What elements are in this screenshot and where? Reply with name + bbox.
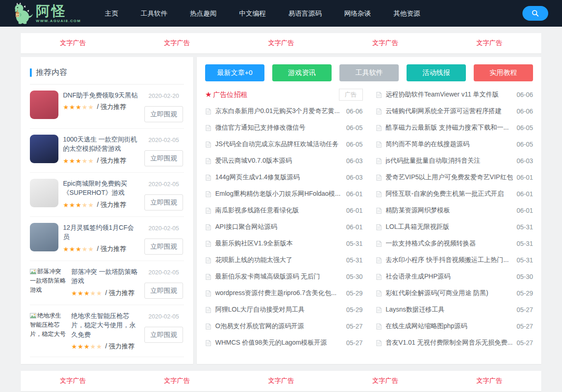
article-row[interactable]: 花呗新上线的功能太强大了 05-31 xyxy=(205,252,363,268)
article-row[interactable]: LOL工具箱无限视距版 05-31 xyxy=(376,219,533,235)
article-title: 远程协助软件TeamViewer v11 单文件版 xyxy=(386,91,513,99)
nav-item-3[interactable]: 热点趣闻 xyxy=(190,9,217,18)
article-row[interactable]: 云铺购代刷网系统全开源可运营程序搭建 06-06 xyxy=(376,103,533,119)
article-date: 06-06 xyxy=(516,91,533,98)
article-row[interactable]: WHMCS 价值98美元的Lagom模板开源 05-27 xyxy=(205,335,363,351)
recommended-item-date: 2020-02-05 xyxy=(143,136,184,143)
text-ad-link[interactable]: 文字广告 xyxy=(437,377,541,385)
filter-button-2[interactable]: 游戏资讯 xyxy=(272,64,332,81)
view-now-button[interactable]: 立即围观 xyxy=(144,150,183,166)
article-list-right: 远程协助软件TeamViewer v11 单文件版 06-06 云铺购代刷网系统… xyxy=(376,86,533,351)
article-row[interactable]: wordpress资源付费主题ripro6.7含美化包... 05-29 xyxy=(205,285,363,301)
article-row[interactable]: 在线生成网站缩略图php源码 05-27 xyxy=(376,318,533,335)
text-ad-bar-top: 文字广告文字广告文字广告文字广告文字广告 xyxy=(21,33,541,53)
star-rating: ★★★★★ xyxy=(71,290,103,296)
text-ad-link[interactable]: 文字广告 xyxy=(437,39,541,47)
text-ad-link[interactable]: 文字广告 xyxy=(229,377,333,385)
ad-slot-row[interactable]: ★ 广告位招租 广告 xyxy=(205,86,363,103)
article-date: 05-27 xyxy=(516,323,533,330)
text-ad-link[interactable]: 文字广告 xyxy=(125,39,229,47)
article-row[interactable]: 简约而不简单的在线搜题源码 06-05 xyxy=(376,136,533,153)
view-now-button[interactable]: 立即围观 xyxy=(144,194,183,210)
document-icon xyxy=(376,158,382,165)
recommended-item-title: Epic商城限时免费购买《SUPERHOT》游戏 xyxy=(63,179,139,198)
article-thumbnail[interactable] xyxy=(30,91,58,119)
article-row[interactable]: 精防某资源网织梦模板 06-01 xyxy=(376,202,533,219)
article-row[interactable]: 最新乐购社区V1.9全新版本 05-31 xyxy=(205,235,363,252)
nav-item-6[interactable]: 网络杂谈 xyxy=(344,9,371,18)
recommended-item[interactable]: DNF助手免费领取9天黑钻 ★★★★★ / 强力推荐 2020-02-20 立即… xyxy=(30,85,184,129)
nav-item-1[interactable]: 主页 xyxy=(105,9,118,18)
article-row[interactable]: 酷享磁力云最新版 支持磁力搜索下载和一... 06-05 xyxy=(376,119,533,136)
article-row[interactable]: 京东白条新用户0.01元购买3个月爱奇艺黄... 06-06 xyxy=(205,103,363,119)
recommended-item[interactable]: Epic商城限时免费购买《SUPERHOT》游戏 ★★★★★ / 强力推荐 20… xyxy=(30,173,184,217)
recommended-item[interactable]: 恐怖地下室探险 一款恐怖逃生解谜 恐怖地下室探险 一款恐怖逃生解谜类游戏 ★★★… xyxy=(30,357,184,364)
recommended-item[interactable]: 绝地求生智能压枪芯片，稳定大号 绝地求生智能压枪芯片，稳定大号使用，永久免费 ★… xyxy=(30,305,184,357)
filter-button-3[interactable]: 工具软件 xyxy=(339,64,399,81)
text-ad-link[interactable]: 文字广告 xyxy=(333,377,437,385)
text-ad-bar-bottom: 文字广告文字广告文字广告文字广告文字广告 xyxy=(21,371,541,391)
article-row[interactable]: js代码批量批量自动取消抖音关注 06-03 xyxy=(376,153,533,169)
view-now-button[interactable]: 立即围观 xyxy=(144,239,183,255)
article-row[interactable]: Laysns数据迁移工具 05-27 xyxy=(376,301,533,318)
site-logo[interactable]: 阿怪 WWW.AGUAI8.COM xyxy=(11,2,81,24)
article-date: 05-29 xyxy=(346,290,363,297)
recommended-item-title: 12月灵狐签约领1月CF会员 xyxy=(63,223,139,242)
article-row[interactable]: 爱讯云商城V0.7.0版本源码 06-03 xyxy=(205,153,363,169)
broken-thumbnail: 部落冲突 一款塔防策略游戏 xyxy=(30,267,67,299)
article-row[interactable]: 一款支持格式众多的视频转换器 05-31 xyxy=(376,235,533,252)
article-row[interactable]: O泡易支付系统官网的源码开源 05-27 xyxy=(205,318,363,335)
rating-label: / 强力推荐 xyxy=(97,157,126,165)
article-row[interactable]: Emlog重构精仿老版小刀娱乐网HFoldao模... 06-01 xyxy=(205,186,363,202)
article-title: 微信官方通知已支持修改微信号 xyxy=(215,124,343,132)
view-now-button[interactable]: 立即围观 xyxy=(144,283,183,299)
text-ad-link[interactable]: 文字广告 xyxy=(125,377,229,385)
recommended-item[interactable]: 1000天逃生 一款空间街机的太空模拟经营游戏 ★★★★★ / 强力推荐 202… xyxy=(30,129,184,173)
article-row[interactable]: 阿狸LOL大厅自动接受对局工具 05-29 xyxy=(205,301,363,318)
article-row[interactable]: API接口聚合网站源码 06-01 xyxy=(205,219,363,235)
main-nav-menu: 主页工具软件热点趣闻中文编程易语言源码网络杂谈其他资源 xyxy=(105,9,420,18)
view-now-button[interactable]: 立即围观 xyxy=(144,327,183,343)
recommended-item-rating: ★★★★★ / 强力推荐 xyxy=(63,103,139,111)
article-row[interactable]: 南瓜影视多线路任意看绿化版 06-01 xyxy=(205,202,363,219)
nav-item-7[interactable]: 其他资源 xyxy=(393,9,420,18)
text-ad-link[interactable]: 文字广告 xyxy=(21,39,125,47)
article-row[interactable]: 微信官方通知已支持修改微信号 06-05 xyxy=(205,119,363,136)
filter-button-1[interactable]: 最新文章+0 xyxy=(205,64,264,81)
nav-item-2[interactable]: 工具软件 xyxy=(141,9,167,18)
article-row[interactable]: JS代码全自动完成京东品牌狂欢城活动任务 06-05 xyxy=(205,136,363,153)
recommended-item-rating: ★★★★★ / 强力推荐 xyxy=(63,157,139,165)
article-row[interactable]: 最新伯乐发卡商城高级版源码 无后门 05-30 xyxy=(205,268,363,285)
article-row[interactable]: 阿怪互联-自家的免费主机第一批正式开启 06-01 xyxy=(376,186,533,202)
text-ad-link[interactable]: 文字广告 xyxy=(333,39,437,47)
article-row[interactable]: 彩虹代刷全解源码(可商业用途 防黑) 05-29 xyxy=(376,285,533,301)
article-thumbnail[interactable] xyxy=(30,135,58,163)
article-title: 去水印小程序 快手抖音视频搬运工上热门... xyxy=(386,256,513,264)
article-row[interactable]: 爱奇艺VIP5以上用户可免费发爱奇艺VIP红包 06-01 xyxy=(376,169,533,186)
document-icon xyxy=(205,340,212,347)
recommended-item[interactable]: 部落冲突 一款塔防策略游戏 部落冲突 一款塔防策略游戏 ★★★★★ / 强力推荐… xyxy=(30,261,184,305)
article-row[interactable]: 社会语录生成PHP源码 05-30 xyxy=(376,268,533,285)
view-now-button[interactable]: 立即围观 xyxy=(144,106,183,122)
recommended-item-title: 1000天逃生 一款空间街机的太空模拟经营游戏 xyxy=(63,135,139,153)
text-ad-link[interactable]: 文字广告 xyxy=(229,39,333,47)
article-row[interactable]: 去水印小程序 快手抖音视频搬运工上热门... 05-31 xyxy=(376,252,533,268)
article-thumbnail[interactable] xyxy=(30,179,58,207)
article-row[interactable]: 音友V1.01 无视付费限制全网音乐无损免费... 05-27 xyxy=(376,335,533,351)
recommended-item-title: 部落冲突 一款塔防策略游戏 xyxy=(71,267,139,286)
article-title: Laysns数据迁移工具 xyxy=(386,306,513,314)
nav-item-4[interactable]: 中文编程 xyxy=(239,9,266,18)
rating-label: / 强力推荐 xyxy=(97,201,126,209)
nav-item-5[interactable]: 易语言源码 xyxy=(288,9,322,18)
text-ad-link[interactable]: 文字广告 xyxy=(21,377,125,385)
filter-button-5[interactable]: 实用教程 xyxy=(474,64,533,81)
recommended-item[interactable]: 12月灵狐签约领1月CF会员 ★★★★★ / 强力推荐 2020-02-05 立… xyxy=(30,217,184,261)
filter-button-4[interactable]: 活动线报 xyxy=(407,64,466,81)
article-row[interactable]: 144g网页生成v1.4修复版源码 06-03 xyxy=(205,169,363,186)
article-row[interactable]: 远程协助软件TeamViewer v11 单文件版 06-06 xyxy=(376,86,533,103)
article-thumbnail[interactable] xyxy=(30,223,58,251)
search-button[interactable] xyxy=(522,6,548,21)
article-title: 144g网页生成v1.4修复版源码 xyxy=(215,173,343,182)
recommended-item-rating: ★★★★★ / 强力推荐 xyxy=(71,289,139,297)
recommended-item-date: 2020-02-20 xyxy=(143,92,184,99)
